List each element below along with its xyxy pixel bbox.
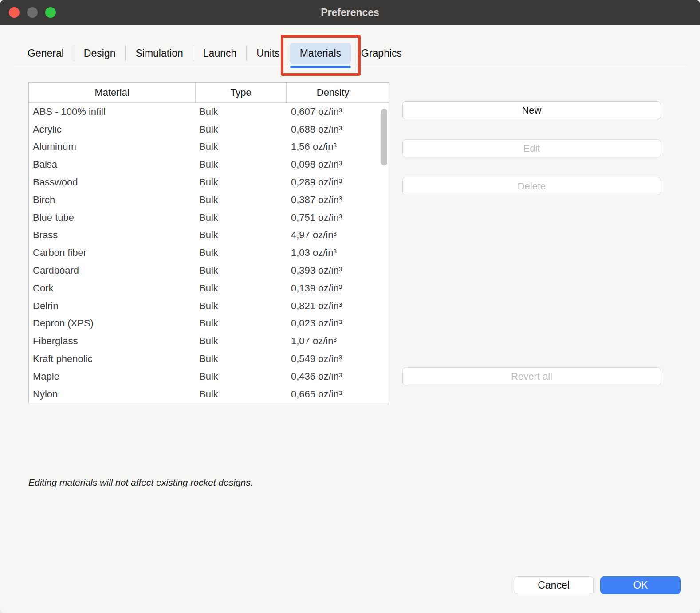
density-cell: 4,97 oz/in³ — [287, 229, 389, 241]
material-cell: Balsa — [29, 159, 196, 170]
material-cell: Birch — [29, 194, 196, 206]
tab-launch[interactable]: Launch — [193, 43, 246, 64]
density-cell: 0,393 oz/in³ — [287, 265, 389, 276]
type-cell: Bulk — [196, 124, 287, 135]
table-header-row: Material Type Density — [29, 83, 389, 103]
preferences-window: Preferences GeneralDesignSimulationLaunc… — [0, 0, 700, 613]
material-cell: Fiberglass — [29, 335, 196, 347]
density-cell: 0,023 oz/in³ — [287, 318, 389, 329]
type-cell: Bulk — [196, 247, 287, 259]
type-cell: Bulk — [196, 283, 287, 294]
zoom-button-icon[interactable] — [45, 7, 56, 18]
density-cell: 0,289 oz/in³ — [287, 177, 389, 188]
tab-simulation[interactable]: Simulation — [126, 43, 193, 64]
delete-button[interactable]: Delete — [402, 177, 661, 195]
revert-all-button[interactable]: Revert all — [402, 367, 661, 385]
cancel-button[interactable]: Cancel — [514, 576, 594, 594]
tab-materials[interactable]: Materials — [290, 43, 351, 64]
density-cell: 0,139 oz/in³ — [287, 283, 389, 294]
type-cell: Bulk — [196, 106, 287, 118]
tab-graphics[interactable]: Graphics — [351, 43, 412, 64]
tab-units[interactable]: Units — [247, 43, 289, 64]
type-cell: Bulk — [196, 212, 287, 224]
table-row[interactable]: Kraft phenolicBulk0,549 oz/in³ — [29, 350, 389, 368]
type-cell: Bulk — [196, 177, 287, 188]
table-row[interactable]: DelrinBulk0,821 oz/in³ — [29, 297, 389, 315]
material-cell: Kraft phenolic — [29, 353, 196, 365]
material-cell: Acrylic — [29, 124, 196, 135]
tab-label: Materials — [300, 47, 341, 59]
density-cell: 1,56 oz/in³ — [287, 141, 389, 153]
type-cell: Bulk — [196, 318, 287, 329]
density-cell: 0,549 oz/in³ — [287, 353, 389, 365]
table-row[interactable]: BrassBulk4,97 oz/in³ — [29, 227, 389, 244]
material-cell: Maple — [29, 371, 196, 382]
selected-tab-underline — [290, 66, 351, 68]
density-cell: 0,387 oz/in³ — [287, 194, 389, 206]
materials-table-body: ABS - 100% infillBulk0,607 oz/in³Acrylic… — [29, 103, 389, 403]
column-header-material: Material — [29, 83, 196, 102]
table-row[interactable]: ABS - 100% infillBulk0,607 oz/in³ — [29, 103, 389, 121]
material-cell: Brass — [29, 229, 196, 241]
edit-button[interactable]: Edit — [402, 139, 661, 157]
table-row[interactable]: Carbon fiberBulk1,03 oz/in³ — [29, 244, 389, 262]
tab-label: Simulation — [135, 47, 183, 59]
material-cell: Carbon fiber — [29, 247, 196, 259]
type-cell: Bulk — [196, 265, 287, 276]
material-cell: Aluminum — [29, 141, 196, 153]
material-cell: Cardboard — [29, 265, 196, 276]
column-header-type: Type — [196, 83, 287, 102]
density-cell: 0,665 oz/in³ — [287, 389, 389, 400]
density-cell: 0,436 oz/in³ — [287, 371, 389, 382]
tab-label: Design — [84, 47, 116, 59]
material-cell: Nylon — [29, 389, 196, 400]
ok-button[interactable]: OK — [600, 576, 681, 594]
table-row[interactable]: BirchBulk0,387 oz/in³ — [29, 191, 389, 209]
material-cell: Cork — [29, 283, 196, 294]
table-row[interactable]: MapleBulk0,436 oz/in³ — [29, 368, 389, 385]
tab-bar: GeneralDesignSimulationLaunchUnitsMateri… — [0, 25, 700, 67]
traffic-lights — [9, 7, 56, 18]
table-row[interactable]: Depron (XPS)Bulk0,023 oz/in³ — [29, 315, 389, 333]
title-bar: Preferences — [0, 0, 700, 25]
table-row[interactable]: BalsaBulk0,098 oz/in³ — [29, 156, 389, 173]
density-cell: 0,821 oz/in³ — [287, 300, 389, 312]
type-cell: Bulk — [196, 371, 287, 382]
table-row[interactable]: AluminumBulk1,56 oz/in³ — [29, 138, 389, 156]
table-row[interactable]: CorkBulk0,139 oz/in³ — [29, 279, 389, 297]
column-header-density: Density — [287, 83, 379, 102]
type-cell: Bulk — [196, 194, 287, 206]
type-cell: Bulk — [196, 389, 287, 400]
table-row[interactable]: AcrylicBulk0,688 oz/in³ — [29, 121, 389, 138]
minimize-button-icon[interactable] — [27, 7, 38, 18]
tab-label: General — [28, 47, 64, 59]
density-cell: 0,607 oz/in³ — [287, 106, 389, 118]
tab-label: Launch — [203, 47, 236, 59]
table-row[interactable]: FiberglassBulk1,07 oz/in³ — [29, 332, 389, 350]
new-button[interactable]: New — [402, 101, 661, 119]
material-cell: Blue tube — [29, 212, 196, 224]
type-cell: Bulk — [196, 159, 287, 170]
close-button-icon[interactable] — [9, 7, 20, 18]
scrollbar-track[interactable] — [379, 103, 389, 403]
table-row[interactable]: BasswoodBulk0,289 oz/in³ — [29, 173, 389, 191]
material-cell: Delrin — [29, 300, 196, 312]
table-row[interactable]: NylonBulk0,665 oz/in³ — [29, 385, 389, 403]
tab-design[interactable]: Design — [74, 43, 126, 64]
table-row[interactable]: Blue tubeBulk0,751 oz/in³ — [29, 209, 389, 227]
type-cell: Bulk — [196, 141, 287, 153]
table-row[interactable]: CardboardBulk0,393 oz/in³ — [29, 262, 389, 279]
type-cell: Bulk — [196, 229, 287, 241]
material-cell: Depron (XPS) — [29, 318, 196, 329]
materials-edit-note: Editing materials will not affect existi… — [28, 477, 253, 488]
material-cell: ABS - 100% infill — [29, 106, 196, 118]
density-cell: 1,07 oz/in³ — [287, 335, 389, 347]
tab-general[interactable]: General — [18, 43, 74, 64]
type-cell: Bulk — [196, 300, 287, 312]
density-cell: 1,03 oz/in³ — [287, 247, 389, 259]
window-title: Preferences — [321, 7, 379, 19]
scrollbar-thumb[interactable] — [381, 109, 387, 165]
density-cell: 0,098 oz/in³ — [287, 159, 389, 170]
type-cell: Bulk — [196, 335, 287, 347]
type-cell: Bulk — [196, 353, 287, 365]
